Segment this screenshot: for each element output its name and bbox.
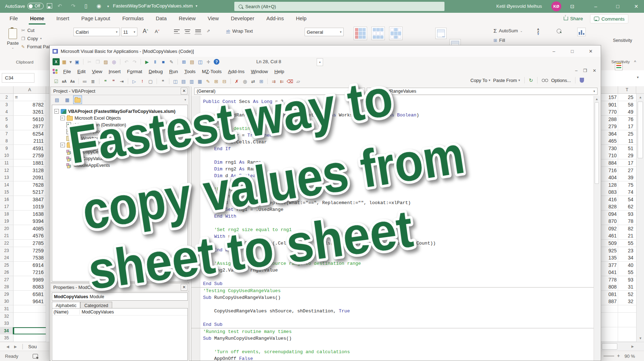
cell-a16[interactable]: 3847 [13, 196, 46, 203]
cell-a18[interactable]: 1638 [13, 210, 46, 218]
shrink-font-button[interactable]: A˅ [155, 29, 159, 34]
case-lower-icon[interactable]: aA [61, 78, 68, 85]
paste-icon[interactable]: ▨ [102, 58, 109, 65]
cell-t[interactable]: 55 [618, 240, 636, 247]
cell-a20[interactable]: 4085 [13, 225, 46, 233]
object-browser-icon[interactable]: ◫ [197, 58, 204, 65]
autosum-button[interactable]: Σ AutoSum ⌄ [493, 28, 523, 34]
sheet-next-icon[interactable]: ▶ [14, 345, 17, 349]
tab-review[interactable]: Review [173, 13, 202, 24]
worksheet-grid-left[interactable]: A 2=387824326155610628777625482111945911… [0, 86, 49, 342]
insert-userform-icon[interactable]: ▦ [61, 58, 68, 65]
row-header-35[interactable]: 35 [0, 334, 13, 342]
cell-t[interactable] [618, 320, 636, 327]
align-center-icon[interactable] [184, 28, 191, 35]
conditional-formatting-icon[interactable] [354, 27, 367, 40]
autosave-toggle[interactable]: AutoSave Off [5, 3, 44, 9]
cell-partial[interactable]: 128 [601, 181, 618, 189]
cell-t[interactable]: 93 [618, 210, 636, 218]
cell-a25[interactable]: 6914 [13, 262, 46, 269]
cell-partial[interactable]: 901 [601, 101, 618, 109]
column-header-a[interactable]: A [13, 86, 46, 94]
tab-page-layout[interactable]: Page Layout [75, 13, 116, 24]
save-icon[interactable] [47, 3, 52, 9]
remove-error-handler-icon[interactable]: ▢ [147, 78, 154, 85]
save-icon[interactable]: ▣ [73, 58, 81, 65]
cell-t[interactable]: 55 [618, 269, 636, 276]
scroll-up-icon[interactable]: ▲ [637, 94, 644, 100]
cell-a7[interactable]: 6254 [13, 130, 46, 138]
row-header-28[interactable]: 28 [0, 283, 13, 291]
grow-font-button[interactable]: A˄ [143, 28, 148, 34]
cell-t[interactable]: 76 [618, 116, 636, 123]
vertical-scroll-thumb[interactable] [638, 102, 643, 158]
cell-t[interactable]: 75 [618, 181, 636, 189]
cell-partial[interactable]: 887 [601, 298, 618, 305]
cell-a23[interactable]: 7259 [13, 247, 46, 255]
vba-minimize-button[interactable]: – [546, 47, 562, 56]
row-header-24[interactable]: 24 [0, 254, 13, 262]
cell-partial[interactable]: 730 [601, 145, 618, 152]
cell-a17[interactable]: 1019 [13, 203, 46, 210]
cell-partial[interactable]: 364 [601, 130, 618, 138]
tab-view[interactable]: View [202, 13, 225, 24]
row-header-19[interactable]: 19 [0, 218, 13, 225]
cell-a8[interactable]: 2111 [13, 137, 46, 145]
cell-partial[interactable]: 716 [601, 167, 618, 174]
row-header-21[interactable]: 21 [0, 232, 13, 240]
copy-to-button[interactable]: Copy To▾ [470, 78, 490, 83]
zoom-level[interactable]: 90 % [624, 354, 635, 359]
row-header-7[interactable]: 7 [0, 130, 13, 138]
cell-a10[interactable]: 2759 [13, 152, 46, 159]
cell-a34[interactable] [13, 327, 46, 335]
sheet-tab-source[interactable]: Sou [28, 344, 37, 349]
document-icon[interactable]: ▯ [84, 3, 87, 9]
row-header-30[interactable]: 30 [0, 298, 13, 305]
row-header-16[interactable]: 16 [0, 196, 13, 203]
row-header-11[interactable]: 11 [0, 159, 13, 167]
undo-icon[interactable]: ↶ [58, 3, 62, 9]
fill-button[interactable]: ⊞ Fill [493, 38, 505, 43]
cell-partial[interactable]: 279 [601, 123, 618, 130]
cell-partial[interactable]: 377 [601, 262, 618, 269]
format-as-table-icon[interactable] [371, 27, 385, 40]
code-scroll-thumb[interactable] [595, 102, 599, 184]
toolbox-icon[interactable]: ✛ [205, 58, 212, 65]
vba-menu-file[interactable]: File [60, 68, 74, 75]
shield-icon[interactable] [580, 78, 584, 83]
row-header-4[interactable]: 4 [0, 108, 13, 116]
cell-partial[interactable]: 288 [601, 116, 618, 123]
font-name-select[interactable]: Calibri▾ [73, 28, 120, 36]
cell-a24[interactable]: 7538 [13, 254, 46, 262]
properties-window-icon[interactable]: ▤ [189, 58, 196, 65]
vba-menu-tools[interactable]: Tools [181, 68, 199, 75]
select-all-corner[interactable] [0, 86, 13, 94]
sync-icon[interactable]: ↻ [529, 77, 533, 83]
insert-dropdown-icon[interactable]: ▾ [69, 58, 72, 65]
cell-partial[interactable]: 157 [601, 94, 618, 101]
comment-block-icon[interactable]: ❝ [102, 78, 109, 85]
code-scrollbar[interactable]: ▲ [594, 96, 600, 361]
cell-t[interactable]: 62 [618, 203, 636, 210]
cell-partial[interactable]: 925 [601, 247, 618, 255]
workbook-title[interactable]: FastestWaySoFarToCopyValues.xlsm▾ [113, 3, 197, 9]
row-header-27[interactable]: 27 [0, 276, 13, 284]
tab-developer[interactable]: Developer [225, 13, 260, 24]
cell-a2[interactable]: = [13, 94, 46, 101]
redo-icon[interactable]: ↷ [131, 58, 138, 65]
row-header-15[interactable]: 15 [0, 188, 13, 196]
row-header-23[interactable]: 23 [0, 247, 13, 255]
align-bottom-icon[interactable] [195, 28, 202, 35]
cell-partial[interactable]: 770 [601, 108, 618, 116]
cell-a15[interactable]: 5217 [13, 188, 46, 196]
split-window-icon[interactable]: ◫ [172, 78, 179, 85]
close-button[interactable]: ✕ [628, 0, 644, 13]
scroll-down-icon[interactable]: ▼ [637, 335, 644, 341]
vba-menu-edit[interactable]: Edit [74, 68, 89, 75]
cell-a27[interactable]: 9989 [13, 276, 46, 284]
review-glasses-icon[interactable] [542, 79, 548, 82]
cell-t[interactable]: 31 [618, 283, 636, 291]
cell-a31[interactable] [13, 305, 46, 313]
quick-access-chevron-icon[interactable]: ▾ [107, 4, 109, 8]
cell-partial[interactable]: 828 [601, 203, 618, 210]
